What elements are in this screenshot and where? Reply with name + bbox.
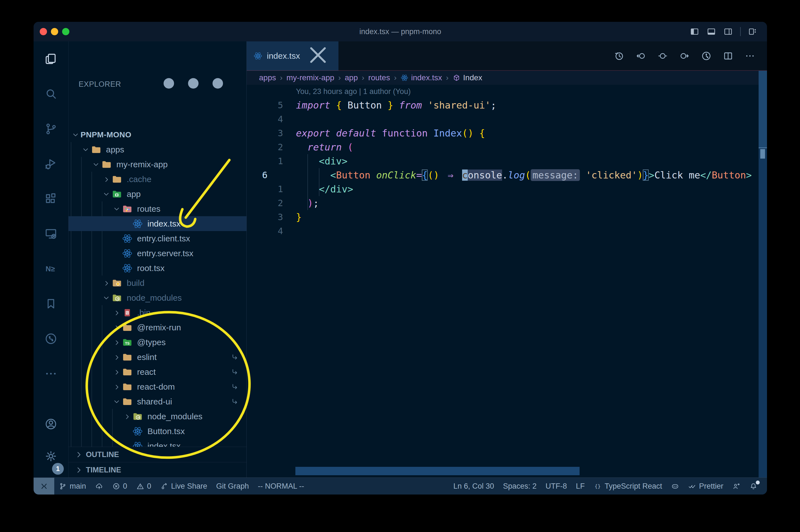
tree-item-routes[interactable]: routes xyxy=(69,202,246,216)
nx-console-button[interactable]: N≥ xyxy=(34,251,68,286)
tree-item-index-tsx[interactable]: index.tsx xyxy=(69,216,246,231)
tree-item-apps[interactable]: apps xyxy=(69,142,246,157)
chevron-down-icon[interactable] xyxy=(101,189,112,199)
code-line-6[interactable]: 6 <Button onClick={() ⇒ console.log(mess… xyxy=(247,168,767,182)
chevron-down-icon[interactable] xyxy=(112,396,122,407)
prev-change-button[interactable] xyxy=(635,51,646,61)
settings-button[interactable]: 1 xyxy=(34,439,68,477)
chevron-right-icon[interactable] xyxy=(112,367,122,377)
chevron-right-icon[interactable] xyxy=(112,322,122,332)
status-remote[interactable] xyxy=(34,478,54,495)
layout-sidebar-right-button[interactable] xyxy=(723,27,733,36)
breadcrumb-item-routes[interactable]: routes xyxy=(368,73,390,82)
status-notifications[interactable] xyxy=(745,478,762,495)
status-encoding[interactable]: UTF-8 xyxy=(541,478,571,495)
code-line-2[interactable]: 2 ); xyxy=(247,196,767,210)
tree-item-cache[interactable]: .cache xyxy=(69,172,246,187)
chevron-right-icon[interactable] xyxy=(101,174,112,184)
tree-item-node-modules[interactable]: JSnode_modules xyxy=(69,290,246,305)
tree-item-bin[interactable]: 0110.bin xyxy=(69,305,246,320)
tree-item-button-tsx[interactable]: Button.tsx xyxy=(69,424,246,439)
source-control-button[interactable] xyxy=(34,111,68,146)
status-warnings[interactable]: 0 xyxy=(132,478,156,495)
tree-item-pnpm-mono[interactable]: PNPM-MONO xyxy=(69,127,246,142)
tree-item-entry-server-tsx[interactable]: entry.server.tsx xyxy=(69,246,246,261)
code-line-1[interactable]: 1 <div> xyxy=(247,154,767,168)
breadcrumb-item-index[interactable]: Index xyxy=(453,73,482,82)
chevron-down-icon[interactable] xyxy=(112,204,122,214)
status-live-share[interactable]: Live Share xyxy=(156,478,212,495)
more-views-button[interactable] xyxy=(34,356,68,391)
explorer-button[interactable] xyxy=(34,41,68,76)
git-graph-button[interactable] xyxy=(34,321,68,356)
open-changes-button[interactable] xyxy=(658,51,668,61)
layout-sidebar-left-button[interactable] xyxy=(690,27,699,36)
bookmarks-button[interactable] xyxy=(34,286,68,321)
history-button[interactable] xyxy=(614,51,624,61)
close-tab-icon[interactable] xyxy=(304,41,332,71)
code-editor[interactable]: You, 23 hours ago | 1 author (You) 5impo… xyxy=(247,85,767,477)
status-git-graph[interactable]: Git Graph xyxy=(212,478,253,495)
chevron-right-icon[interactable] xyxy=(112,307,122,318)
breadcrumb-item-apps[interactable]: apps xyxy=(259,73,276,82)
search-button[interactable] xyxy=(34,76,68,111)
status-prettier[interactable]: Prettier xyxy=(684,478,728,495)
tree-item-node-modules[interactable]: JSnode_modules xyxy=(69,409,246,424)
status-eol[interactable]: LF xyxy=(571,478,589,495)
chevron-right-icon[interactable] xyxy=(101,278,112,288)
status-cursor-position[interactable]: Ln 6, Col 30 xyxy=(449,478,499,495)
tree-item-entry-client-tsx[interactable]: entry.client.tsx xyxy=(69,231,246,246)
tree-item-react-dom[interactable]: react-dom xyxy=(69,379,246,394)
account-button[interactable] xyxy=(34,408,68,439)
chevron-right-icon[interactable] xyxy=(122,411,132,421)
status-copilot[interactable] xyxy=(667,478,684,495)
status-feedback[interactable] xyxy=(728,478,745,495)
tree-item-types[interactable]: TS@types xyxy=(69,335,246,349)
code-line-4[interactable]: 4 xyxy=(247,112,767,126)
split-editor-button[interactable] xyxy=(723,51,734,61)
status-vim-mode[interactable]: -- NORMAL -- xyxy=(253,478,308,495)
extensions-button[interactable] xyxy=(34,181,68,216)
status-sync[interactable] xyxy=(91,478,108,495)
code-line-2[interactable]: 2 return ( xyxy=(247,140,767,154)
layout-customize-button[interactable] xyxy=(748,27,758,36)
breadcrumb-item-app[interactable]: app xyxy=(345,73,358,82)
chevron-right-icon[interactable] xyxy=(112,352,122,362)
tree-item-remix-run[interactable]: @remix-run xyxy=(69,320,246,335)
tree-item-eslint[interactable]: eslint xyxy=(69,349,246,364)
code-line-1[interactable]: 1 </div> xyxy=(247,182,767,196)
tree-item-react[interactable]: react xyxy=(69,364,246,379)
chevron-down-icon[interactable] xyxy=(101,292,112,303)
code-line-4[interactable]: 4 xyxy=(247,224,767,238)
status-indentation[interactable]: Spaces: 2 xyxy=(498,478,541,495)
vertical-scrollbar[interactable] xyxy=(759,71,767,477)
remote-explorer-button[interactable] xyxy=(34,216,68,251)
code-line-3[interactable]: 3export default function Index() { xyxy=(247,126,767,140)
timeline-section[interactable]: TIMELINE xyxy=(69,462,246,477)
chevron-right-icon[interactable] xyxy=(112,337,122,347)
chevron-down-icon[interactable] xyxy=(91,159,101,170)
file-history-button[interactable] xyxy=(701,51,711,61)
code-line-5[interactable]: 5import { Button } from 'shared-ui'; xyxy=(247,98,767,112)
tab-index-tsx[interactable]: index.tsx xyxy=(247,41,339,71)
horizontal-scrollbar[interactable] xyxy=(296,467,579,475)
breadcrumb-item-my-remix-app[interactable]: my-remix-app xyxy=(286,73,334,82)
chevron-down-icon[interactable] xyxy=(80,144,91,155)
tree-item-shared-ui[interactable]: shared-ui xyxy=(69,394,246,409)
chevron-right-icon[interactable] xyxy=(112,381,122,392)
tree-item-build[interactable]: build xyxy=(69,276,246,290)
status-errors[interactable]: 0 xyxy=(108,478,132,495)
explorer-more-actions-button[interactable] xyxy=(151,41,235,127)
breadcrumb-item-index-tsx[interactable]: index.tsx xyxy=(401,73,442,82)
layout-panel-button[interactable] xyxy=(707,27,716,36)
tree-item-index-tsx[interactable]: index.tsx xyxy=(69,439,246,447)
outline-section[interactable]: OUTLINE xyxy=(69,447,246,462)
code-line-3[interactable]: 3} xyxy=(247,210,767,224)
tree-item-root-tsx[interactable]: root.tsx xyxy=(69,261,246,276)
status-language-mode[interactable]: {}TypeScript React xyxy=(589,478,667,495)
next-change-button[interactable] xyxy=(679,51,690,61)
tree-item-my-remix-app[interactable]: my-remix-app xyxy=(69,157,246,172)
status-branch[interactable]: main xyxy=(54,478,91,495)
run-debug-button[interactable] xyxy=(34,146,68,181)
more-h-button[interactable] xyxy=(745,51,755,61)
